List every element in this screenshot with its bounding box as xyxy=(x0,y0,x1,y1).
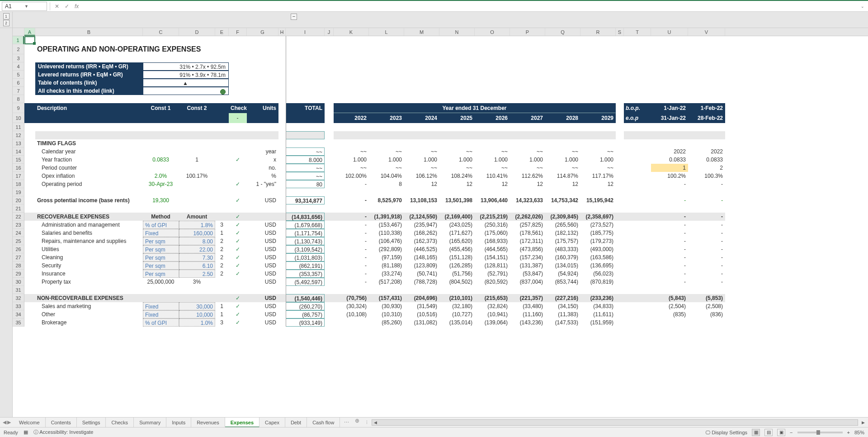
cell[interactable] xyxy=(278,156,286,164)
cell[interactable]: (11,383) xyxy=(545,310,580,318)
sheet-tab[interactable]: Summary xyxy=(134,418,166,428)
cell[interactable]: Per sqm xyxy=(143,253,179,261)
cell[interactable] xyxy=(24,278,35,286)
cell[interactable]: USD xyxy=(247,245,278,253)
cell[interactable]: 8 xyxy=(369,180,404,188)
cell[interactable] xyxy=(616,278,624,286)
cell[interactable]: USD xyxy=(247,318,278,327)
cell[interactable]: - xyxy=(651,196,688,204)
cell[interactable]: (210,101) xyxy=(439,294,475,302)
cell[interactable] xyxy=(624,180,651,188)
cell[interactable]: 8.000 xyxy=(286,156,325,164)
cell[interactable] xyxy=(215,172,229,180)
cell[interactable]: - xyxy=(688,278,725,286)
col-header[interactable]: G xyxy=(247,28,278,36)
cell[interactable]: 3 xyxy=(215,318,229,327)
col-header[interactable]: A xyxy=(24,28,35,36)
cell[interactable]: 2 xyxy=(215,270,229,278)
cell[interactable]: ✓ xyxy=(229,229,247,237)
col-header[interactable]: V xyxy=(688,28,725,36)
col-header[interactable]: O xyxy=(475,28,510,36)
cell[interactable] xyxy=(325,278,334,286)
cell[interactable]: ✓ xyxy=(229,156,247,164)
cell[interactable]: 2 xyxy=(215,237,229,245)
cell[interactable]: USD xyxy=(247,278,278,286)
cell[interactable]: (1,540,446) xyxy=(286,294,325,302)
cell[interactable]: - xyxy=(334,213,369,221)
cell[interactable]: - xyxy=(334,221,369,229)
cell[interactable]: (110,338) xyxy=(369,229,404,237)
cell[interactable] xyxy=(24,253,35,261)
cell[interactable]: Per sqm xyxy=(143,237,179,245)
cell[interactable]: (227,216) xyxy=(545,294,580,302)
col-header[interactable]: N xyxy=(439,28,475,36)
cell[interactable]: no. xyxy=(247,164,278,172)
col-header[interactable]: P xyxy=(510,28,545,36)
cell[interactable] xyxy=(624,261,651,270)
cell[interactable]: 2 xyxy=(215,245,229,253)
cell[interactable]: 13,108,153 xyxy=(404,196,439,204)
row-header[interactable]: 16 xyxy=(13,164,24,172)
cell[interactable] xyxy=(278,164,286,172)
scroll-sep-icon[interactable]: ⋮ xyxy=(363,420,370,425)
chevron-down-icon[interactable]: ▼ xyxy=(24,4,44,9)
sheet-tab[interactable]: Inputs xyxy=(166,418,191,428)
row-header[interactable]: 27 xyxy=(13,253,24,261)
zoom-in-icon[interactable]: + xyxy=(847,430,850,435)
cell[interactable]: ✓ xyxy=(229,310,247,318)
cell[interactable]: - xyxy=(334,253,369,261)
cell[interactable]: 80 xyxy=(286,180,325,188)
cell[interactable]: (517,208) xyxy=(369,278,404,286)
cell[interactable]: (50,741) xyxy=(404,270,439,278)
cell[interactable]: Other xyxy=(35,310,143,318)
col-header[interactable]: E xyxy=(215,28,229,36)
sheet-tab[interactable]: Welcome xyxy=(14,418,46,428)
cell[interactable]: ~~ xyxy=(510,164,545,172)
cell[interactable]: (5,843) xyxy=(651,294,688,302)
cell[interactable] xyxy=(624,196,651,204)
cell[interactable] xyxy=(215,164,229,172)
cell[interactable]: USD xyxy=(247,270,278,278)
cell[interactable]: (165,620) xyxy=(439,237,475,245)
row-header[interactable]: 22 xyxy=(13,213,24,221)
cell[interactable]: 108.24% xyxy=(439,172,475,180)
cell[interactable]: (870,819) xyxy=(580,278,616,286)
sheet-tab[interactable]: Contents xyxy=(46,418,77,428)
cell[interactable] xyxy=(624,302,651,310)
cell[interactable]: ~~ xyxy=(286,164,325,172)
col-header[interactable]: R xyxy=(580,28,616,36)
cell[interactable]: - xyxy=(688,270,725,278)
cell[interactable]: 1.000 xyxy=(475,156,510,164)
cell[interactable]: (2,262,026) xyxy=(510,213,545,221)
cell[interactable]: (53,847) xyxy=(510,270,545,278)
cell[interactable]: 0.0833 xyxy=(688,156,725,164)
cell[interactable]: Gross potential income (base rents) xyxy=(35,196,143,204)
cell[interactable] xyxy=(24,229,35,237)
cell[interactable] xyxy=(278,245,286,253)
cell[interactable]: 1 xyxy=(179,156,215,164)
cell[interactable]: 1.000 xyxy=(404,156,439,164)
cell[interactable]: Sales and marketing xyxy=(35,302,143,310)
cell[interactable] xyxy=(179,164,215,172)
cell[interactable] xyxy=(278,172,286,180)
cell[interactable]: - xyxy=(688,237,725,245)
cell[interactable]: ~~ xyxy=(439,147,475,156)
cell[interactable] xyxy=(247,213,278,221)
cell[interactable]: Cleaning xyxy=(35,253,143,261)
cell[interactable]: (70,756) xyxy=(334,294,369,302)
cell[interactable]: - xyxy=(334,229,369,237)
cell[interactable] xyxy=(325,147,334,156)
cell[interactable]: 8,525,970 xyxy=(369,196,404,204)
cell[interactable]: (260,270) xyxy=(286,302,325,310)
view-page-layout-icon[interactable]: ▤ xyxy=(764,429,773,436)
cell[interactable]: (446,525) xyxy=(404,245,439,253)
cell[interactable]: - xyxy=(688,221,725,229)
cell[interactable]: (179,273) xyxy=(580,237,616,245)
cell[interactable]: (5,853) xyxy=(688,294,725,302)
row-header[interactable]: 12 xyxy=(13,131,24,139)
cell[interactable]: USD xyxy=(247,310,278,318)
cell[interactable]: RECOVERABLE EXPENSES xyxy=(35,213,143,221)
cell[interactable]: ✓ xyxy=(229,302,247,310)
zoom-slider[interactable] xyxy=(797,432,843,433)
col-header[interactable]: K xyxy=(334,28,369,36)
